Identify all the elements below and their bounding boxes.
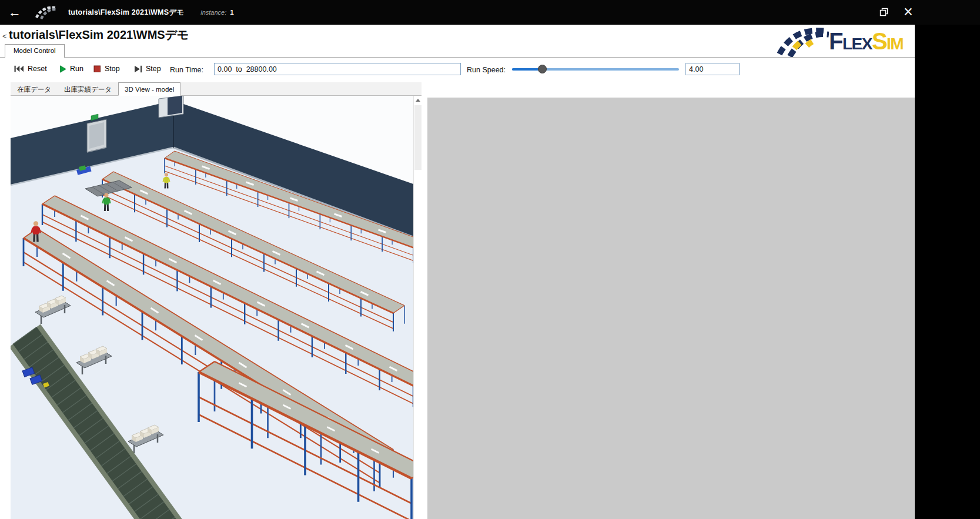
page-title: tutorials\FlexSim 2021\WMSデモ [9, 27, 189, 43]
view-tab-strip: 在庫データ 出庫実績データ 3D View - model [11, 82, 422, 96]
stop-button[interactable]: Stop [91, 62, 122, 76]
run-speed-input[interactable] [685, 63, 740, 75]
scroll-up-arrow-icon[interactable] [414, 96, 422, 105]
run-speed-label: Run Speed: [467, 66, 506, 74]
flexsim-emblem-icon [35, 5, 56, 19]
stop-icon [93, 65, 101, 73]
flexsim-logo-text: FlexSim [829, 29, 903, 53]
title-bar: ← tutorials\FlexSim 2021\WMSデモ instance:… [0, 0, 980, 25]
tab-shipment-results-data[interactable]: 出庫実績データ [58, 82, 118, 95]
reset-icon [14, 65, 24, 72]
warehouse-3d-scene [11, 96, 413, 519]
right-empty-panel [427, 98, 915, 519]
run-icon [59, 65, 66, 73]
close-icon[interactable]: × [904, 2, 913, 21]
restore-window-icon[interactable] [879, 8, 888, 19]
toolbar-separator [0, 57, 915, 58]
tab-inventory-data[interactable]: 在庫データ [11, 82, 58, 95]
step-button[interactable]: Step [132, 62, 163, 76]
3d-viewport[interactable] [11, 96, 413, 519]
back-arrow-icon[interactable]: ← [8, 6, 21, 19]
instance-value: 1 [230, 9, 233, 16]
scrollbar-thumb[interactable] [414, 105, 422, 170]
tab-model-control[interactable]: Model Control [5, 44, 65, 58]
vertical-scrollbar[interactable] [413, 96, 422, 519]
run-time-label: Run Time: [170, 66, 203, 74]
instance-label: instance: [200, 9, 226, 16]
reset-button[interactable]: Reset [12, 62, 49, 76]
run-time-input[interactable] [214, 63, 461, 75]
run-speed-slider-thumb[interactable] [538, 65, 547, 73]
step-icon [134, 65, 142, 73]
header-back-chevron[interactable]: < [2, 32, 7, 41]
run-button[interactable]: Run [57, 62, 86, 76]
flexsim-logo-icon [777, 25, 829, 57]
window-title: tutorials\FlexSim 2021\WMSデモ [68, 8, 184, 18]
instance-indicator: instance: 1 [200, 9, 233, 16]
flexsim-logo: FlexSim [777, 25, 903, 57]
tab-3d-view-model[interactable]: 3D View - model [118, 82, 180, 96]
run-speed-slider[interactable] [512, 62, 679, 77]
app-window: < tutorials\FlexSim 2021\WMSデモ FlexSim M… [0, 25, 915, 519]
